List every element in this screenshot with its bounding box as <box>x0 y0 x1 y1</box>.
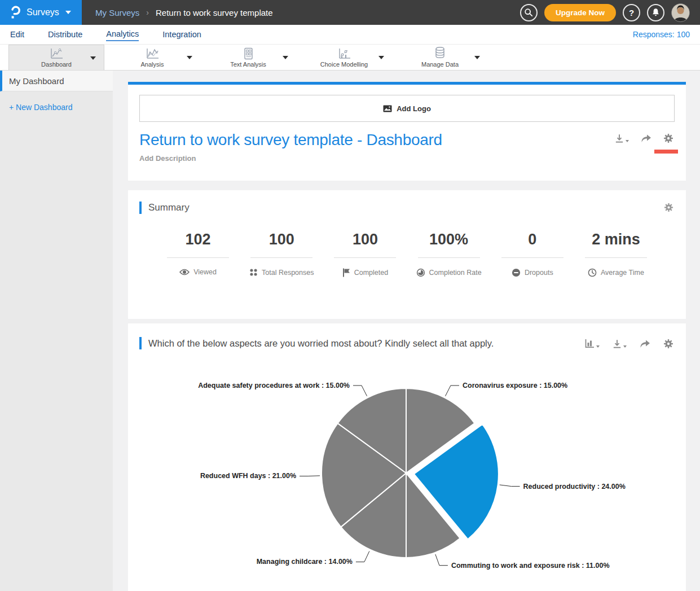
dashboard-sidebar: My Dashboard + New Dashboard <box>0 71 113 591</box>
pie-leader-line <box>300 476 320 476</box>
new-dashboard-button[interactable]: + New Dashboard <box>0 91 113 112</box>
search-button[interactable] <box>520 4 538 21</box>
question-mark-icon: ? <box>629 8 634 17</box>
toolbar-item-dashboard[interactable]: Dashboard <box>8 45 104 70</box>
share-button[interactable] <box>640 133 652 143</box>
user-avatar[interactable] <box>671 3 690 22</box>
stat-divider <box>250 257 312 258</box>
eye-icon <box>179 268 190 276</box>
nav-item-distribute[interactable]: Distribute <box>48 28 82 41</box>
stat-value: 102 <box>156 231 240 248</box>
download-button[interactable] <box>614 133 629 143</box>
pie-leader-line <box>445 386 459 396</box>
stat-divider <box>167 257 229 258</box>
stat-value: 0 <box>491 231 574 248</box>
summary-title: Summary <box>148 202 190 213</box>
toolbar-label: Dashboard <box>41 61 72 68</box>
sidebar-item-my-dashboard[interactable]: My Dashboard <box>0 71 113 91</box>
pie-leader-line <box>356 551 369 562</box>
database-icon <box>433 47 447 60</box>
pie-leader-line <box>353 386 367 396</box>
card-accent-bar <box>139 202 142 214</box>
add-description-button[interactable]: Add Description <box>139 154 675 163</box>
line-chart-icon <box>49 47 64 60</box>
minus-circle-icon <box>512 268 521 277</box>
chevron-down-icon[interactable] <box>474 56 480 59</box>
scatter-chart-icon <box>337 47 351 60</box>
stat-viewed: 102 Viewed <box>156 231 240 277</box>
chevron-down-icon <box>65 11 71 14</box>
toolbar-item-choice-modelling[interactable]: Choice Modelling <box>296 45 392 70</box>
sidebar-item-label: My Dashboard <box>9 76 64 86</box>
toolbar-item-analysis[interactable]: Analysis <box>104 45 200 70</box>
nav-item-integration[interactable]: Integration <box>162 28 201 41</box>
help-button[interactable]: ? <box>623 4 640 21</box>
toolbar-label: Manage Data <box>421 61 459 68</box>
breadcrumb-current: Return to work survey template <box>156 8 273 17</box>
document-grid-icon <box>241 47 256 60</box>
survey-nav: Edit Distribute Analytics Integration Re… <box>0 25 700 44</box>
toolbar-item-manage-data[interactable]: Manage Data <box>392 45 488 70</box>
brand-menu[interactable]: Surveys <box>0 0 82 25</box>
image-icon <box>383 105 392 112</box>
stat-completed: 100 Completed <box>323 231 407 277</box>
avatar-photo <box>672 4 689 21</box>
stat-divider <box>585 257 647 258</box>
pie-slice-label: Adequate safety procedures at work : 15.… <box>198 382 350 389</box>
stat-dropouts: 0 Dropouts <box>491 231 574 277</box>
nav-item-edit[interactable]: Edit <box>10 28 24 41</box>
search-icon <box>524 8 533 17</box>
summary-settings-button[interactable] <box>664 203 673 214</box>
notifications-button[interactable] <box>647 4 664 21</box>
chevron-down-icon[interactable] <box>90 56 96 60</box>
stat-label: Average Time <box>601 269 644 277</box>
stat-value: 2 mins <box>574 231 658 248</box>
page-title: Return to work survey template - Dashboa… <box>139 131 675 149</box>
breadcrumb-parent[interactable]: My Surveys <box>95 8 139 17</box>
pie-leader-line <box>500 485 520 487</box>
responses-count[interactable]: Responses: 100 <box>633 30 690 39</box>
stat-label: Completed <box>354 269 388 277</box>
chevron-down-icon[interactable] <box>187 56 192 59</box>
toolbar-item-text-analysis[interactable]: Text Analysis <box>200 45 296 70</box>
area-chart-icon <box>145 47 160 60</box>
stat-total-responses: 100 Total Responses <box>240 231 323 277</box>
nav-item-analytics[interactable]: Analytics <box>106 28 139 41</box>
pie-slice-label: Reduced WFH days : 21.00% <box>200 472 296 480</box>
pie-slice-label: Reduced productivity : 24.00% <box>523 483 626 491</box>
settings-button[interactable] <box>663 133 673 143</box>
gear-icon <box>663 133 673 143</box>
stat-label: Dropouts <box>525 269 553 277</box>
stat-label: Total Responses <box>262 269 314 277</box>
upgrade-now-button[interactable]: Upgrade Now <box>544 4 616 21</box>
question-chart-card: Which of the below aspects are you worri… <box>128 323 686 591</box>
pie-chart: Coronavirus exposure : 15.00%Reduced pro… <box>128 323 686 591</box>
chevron-down-icon <box>626 140 629 142</box>
stat-completion-rate: 100% Completion Rate <box>407 231 491 277</box>
add-logo-dropzone[interactable]: Add Logo <box>139 95 675 122</box>
gear-icon <box>664 203 673 212</box>
bell-icon <box>651 8 660 17</box>
chevron-down-icon[interactable] <box>283 56 288 59</box>
half-circle-icon <box>416 268 425 277</box>
download-icon <box>614 133 624 143</box>
stat-divider <box>334 257 396 258</box>
stat-value: 100% <box>407 231 491 248</box>
dashboard-title-panel: Add Logo Return to work survey template … <box>128 85 686 181</box>
toolbar-label: Analysis <box>141 61 164 68</box>
pie-chart-svg: Coronavirus exposure : 15.00%Reduced pro… <box>128 323 686 591</box>
breadcrumb: My Surveys › Return to work survey templ… <box>82 0 520 25</box>
share-icon <box>640 133 652 143</box>
toolbar-label: Text Analysis <box>230 61 266 68</box>
questionpro-logo-icon <box>9 3 21 21</box>
app-header: Surveys My Surveys › Return to work surv… <box>0 0 700 25</box>
stat-divider <box>501 257 563 258</box>
pie-leader-line <box>435 554 448 566</box>
flag-icon <box>342 268 350 277</box>
breadcrumb-separator: › <box>146 8 149 17</box>
stat-value: 100 <box>323 231 407 248</box>
stat-label: Completion Rate <box>429 269 482 277</box>
dots-grid-icon <box>249 268 258 277</box>
chevron-down-icon[interactable] <box>378 56 384 59</box>
stat-average-time: 2 mins Average Time <box>574 231 658 277</box>
